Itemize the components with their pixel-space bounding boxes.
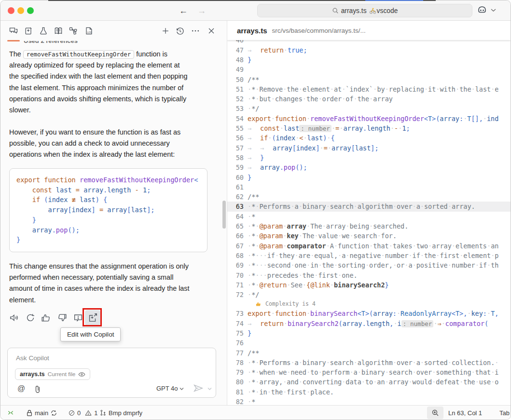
code-line-67[interactable]: 67·*·@param·comparator·A·function·that·t…: [227, 241, 511, 251]
line-number[interactable]: 49: [227, 65, 244, 74]
line-number[interactable]: 66: [227, 231, 244, 241]
line-number[interactable]: 68: [227, 251, 244, 260]
type-hierarchy-icon[interactable]: [69, 26, 78, 36]
code-line-56[interactable]: 56→if·(index·<·last)·{: [227, 133, 511, 143]
code-line-62[interactable]: 62/**: [227, 192, 511, 202]
line-number[interactable]: 59: [227, 163, 244, 172]
line-number[interactable]: 79: [227, 367, 244, 377]
line-number[interactable]: 82: [227, 397, 244, 405]
reading-book-icon[interactable]: [54, 26, 63, 36]
line-number[interactable]: 74: [227, 319, 244, 328]
code-line-60[interactable]: 60}: [227, 173, 511, 182]
code-line-52[interactable]: 52·*·but·changes·the·order·of·the·array: [227, 94, 511, 104]
mention-icon[interactable]: @: [17, 384, 25, 393]
history-icon[interactable]: [175, 26, 185, 36]
codelens-complexity[interactable]: Complexity is 4: [227, 299, 511, 309]
context-chip[interactable]: arrays.ts Current file: [15, 368, 90, 380]
line-number[interactable]: 62: [227, 192, 244, 202]
code-line-81[interactable]: 81·*·in·the·first·place.: [227, 387, 511, 397]
read-aloud-icon[interactable]: [9, 312, 20, 323]
line-number[interactable]: 50: [227, 75, 244, 84]
line-number[interactable]: 76: [227, 338, 244, 348]
tab-size-indicator[interactable]: Tab: [499, 406, 510, 420]
code-line-66[interactable]: 66·*·@param·key·The·value·we·search·for.: [227, 231, 511, 241]
line-number[interactable]: 69: [227, 260, 244, 270]
line-number[interactable]: 53: [227, 104, 244, 113]
chat-scrollbar[interactable]: [222, 201, 226, 229]
code-line-68[interactable]: 68·*···if·they·are·equal,·a·negative·num…: [227, 251, 511, 260]
zoom-traffic-light[interactable]: [27, 7, 34, 14]
line-number[interactable]: 48: [227, 55, 244, 65]
cursor-position[interactable]: Ln 63, Col 1: [448, 406, 482, 420]
code-line-70[interactable]: 70·*···precedes·the·first·one.: [227, 271, 511, 280]
code-line-79[interactable]: 79·*·when·we·need·to·perform·a·binary·se…: [227, 367, 511, 377]
code-line-73[interactable]: 73export·function·binarySearch<T>(array:…: [227, 309, 511, 318]
line-number[interactable]: 81: [227, 387, 244, 397]
line-number[interactable]: 70: [227, 271, 244, 280]
code-line-69[interactable]: 69·*···second·one·in·the·sorting·order,·…: [227, 260, 511, 270]
code-line-50[interactable]: 50/**: [227, 75, 511, 84]
report-issue-icon[interactable]: [73, 312, 83, 323]
code-line-53[interactable]: 53·*/: [227, 104, 511, 113]
code-line-59[interactable]: 59→array.pop();: [227, 163, 511, 172]
more-actions-icon[interactable]: [191, 26, 200, 36]
line-number[interactable]: 61: [227, 182, 244, 192]
code-line-65[interactable]: 65·*·@param·array·The·array·being·search…: [227, 221, 511, 231]
code-line-55[interactable]: 55→const·last: number·=·array.length·-·1…: [227, 123, 511, 133]
send-chevron-icon[interactable]: [207, 387, 212, 391]
code-line-71[interactable]: 71·*·@return·See·{@link·binarySearch2}: [227, 280, 511, 290]
used-references[interactable]: Used 2 references: [24, 41, 78, 46]
code-line-57[interactable]: 57→→array[index]·=·array[last];: [227, 143, 511, 153]
line-number[interactable]: 47: [227, 45, 244, 55]
code-line-80[interactable]: 80·*·array,·and·converting·data·to·an·ar…: [227, 377, 511, 387]
command-center-search[interactable]: arrays.ts vscode: [257, 4, 472, 17]
line-number[interactable]: 77: [227, 348, 244, 358]
code-line-63[interactable]: 63·*·Performs·a·binary·search·algorithm·…: [227, 202, 511, 211]
line-number[interactable]: 64: [227, 212, 244, 221]
new-edit-session-icon[interactable]: [24, 26, 33, 36]
chat-input-box[interactable]: Ask Copilot arrays.ts Current file @ GPT…: [7, 348, 216, 398]
model-picker[interactable]: GPT 4o: [156, 385, 178, 392]
code-line-82[interactable]: 82·*: [227, 397, 511, 405]
line-number[interactable]: 56: [227, 133, 244, 143]
branch-indicator[interactable]: main: [26, 406, 57, 420]
code-line-48[interactable]: 48}: [227, 55, 511, 65]
send-icon[interactable]: [193, 383, 204, 393]
minimize-traffic-light[interactable]: [17, 7, 24, 14]
forward-button[interactable]: →: [197, 5, 206, 16]
code-line-64[interactable]: 64·*: [227, 212, 511, 221]
code-line-54[interactable]: 54export·function·removeFastWithoutKeepi…: [227, 114, 511, 123]
close-traffic-light[interactable]: [8, 7, 14, 14]
pull-request-indicator[interactable]: Bmp dmprfy: [99, 406, 142, 420]
close-icon[interactable]: [207, 26, 216, 36]
retry-icon[interactable]: [25, 312, 36, 323]
code-line-58[interactable]: 58→}: [227, 153, 511, 163]
remote-indicator[interactable]: [6, 406, 15, 420]
output-log-icon[interactable]: LOG: [84, 26, 94, 36]
thumbs-up-icon[interactable]: [41, 312, 51, 323]
line-number[interactable]: 51: [227, 84, 244, 94]
code-area[interactable]: 4647→return·true;48}4950/**51·*·Remove·t…: [227, 35, 511, 405]
line-number[interactable]: 63: [227, 202, 244, 211]
line-number[interactable]: 78: [227, 358, 244, 367]
code-line-61[interactable]: 61: [227, 182, 511, 192]
code-line-78[interactable]: 78·*·Performs·a·binary·search·algorithm·…: [227, 358, 511, 367]
thumbs-down-icon[interactable]: [57, 312, 68, 323]
attach-icon[interactable]: [34, 385, 41, 393]
line-number[interactable]: 67: [227, 241, 244, 251]
code-line-47[interactable]: 47→return·true;: [227, 45, 511, 55]
editor-sticky-header[interactable]: arrays.ts src/vs/base/common/arrays.ts/.…: [227, 21, 511, 40]
line-number[interactable]: 73: [227, 309, 244, 318]
line-number[interactable]: 65: [227, 221, 244, 231]
code-line-72[interactable]: 72·*/: [227, 290, 511, 299]
new-chat-icon[interactable]: [161, 26, 170, 36]
code-line-77[interactable]: 77/**: [227, 348, 511, 358]
line-number[interactable]: 80: [227, 377, 244, 387]
line-number[interactable]: 58: [227, 153, 244, 163]
line-number[interactable]: 54: [227, 114, 244, 123]
back-button[interactable]: ←: [179, 5, 188, 16]
problems-indicator[interactable]: 0 1: [68, 406, 97, 420]
code-line-76[interactable]: 76: [227, 338, 511, 348]
line-number[interactable]: 71: [227, 280, 244, 290]
line-number[interactable]: 60: [227, 173, 244, 182]
